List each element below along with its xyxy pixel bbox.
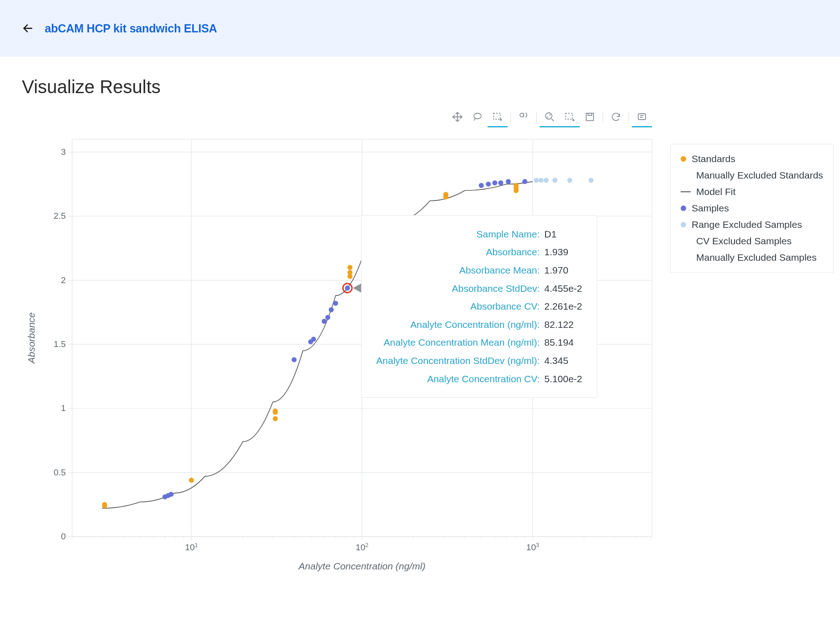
refresh-icon[interactable]	[606, 107, 626, 127]
svg-rect-7	[588, 113, 592, 116]
legend-label: Manually Excluded Standards	[696, 170, 823, 181]
data-point[interactable]	[345, 285, 350, 290]
box-select-icon[interactable]	[488, 107, 508, 127]
legend-item[interactable]: Model Fit	[681, 184, 823, 200]
legend-item[interactable]: Standards	[681, 151, 823, 167]
page-header: abCAM HCP kit sandwich ELISA	[0, 0, 840, 57]
legend-item[interactable]: Range Excluded Samples	[681, 216, 823, 233]
legend-item[interactable]: Manually Excluded Standards	[681, 167, 823, 184]
back-arrow-icon[interactable]	[21, 21, 35, 35]
svg-point-1	[474, 113, 481, 119]
data-point[interactable]	[492, 180, 497, 185]
data-point[interactable]	[443, 192, 448, 197]
legend-label: Standards	[692, 153, 735, 164]
pan-icon[interactable]	[447, 107, 467, 127]
tooltip-value: 2.261e-2	[542, 298, 584, 315]
svg-text:101: 101	[185, 542, 198, 552]
chart-toolbar	[22, 107, 835, 127]
data-point[interactable]	[292, 357, 297, 362]
data-point[interactable]	[347, 270, 352, 275]
data-point[interactable]	[326, 315, 331, 320]
chart-legend: StandardsManually Excluded StandardsMode…	[670, 144, 834, 273]
legend-swatch	[681, 205, 686, 211]
data-point[interactable]	[311, 337, 316, 342]
data-point[interactable]	[347, 265, 352, 270]
svg-rect-6	[586, 113, 593, 121]
tooltip-value: 5.100e-2	[542, 370, 584, 388]
legend-swatch	[681, 191, 691, 192]
chart-area[interactable]: 00.511.522.53101102103Analyte Concentrat…	[22, 130, 661, 578]
tooltip-value: 4.455e-2	[542, 280, 584, 297]
legend-label: Manually Excluded Samples	[696, 252, 817, 263]
legend-label: Model Fit	[696, 186, 735, 197]
data-point[interactable]	[329, 307, 334, 312]
tooltip-label: Analyte Concentration Mean (ng/ml):	[374, 334, 541, 351]
svg-text:0: 0	[61, 532, 66, 541]
tooltip-label: Analyte Concentration CV:	[374, 370, 541, 388]
svg-rect-8	[638, 114, 646, 120]
svg-text:1.5: 1.5	[54, 339, 66, 349]
data-point[interactable]	[544, 178, 549, 183]
legend-swatch	[681, 222, 686, 227]
tooltip-value: 4.345	[542, 352, 584, 369]
svg-text:Analyte Concentration (ng/ml): Analyte Concentration (ng/ml)	[298, 561, 425, 571]
tooltip-label: Sample Name:	[374, 226, 541, 243]
svg-text:1: 1	[61, 403, 66, 413]
data-point[interactable]	[322, 319, 327, 324]
svg-point-4	[546, 113, 552, 119]
data-point[interactable]	[506, 179, 511, 184]
data-point[interactable]	[498, 180, 503, 185]
svg-rect-2	[493, 113, 500, 119]
data-point[interactable]	[333, 301, 338, 306]
data-point[interactable]	[273, 408, 278, 413]
data-point[interactable]	[588, 178, 593, 183]
tooltip-label: Analyte Concentration StdDev (ng/ml):	[374, 352, 541, 369]
tooltip-value: D1	[542, 226, 584, 243]
tooltip-value: 1.970	[542, 262, 584, 279]
legend-label: Samples	[692, 203, 729, 214]
svg-text:3: 3	[61, 147, 66, 157]
tooltip-pointer-icon	[353, 284, 361, 293]
lasso-icon[interactable]	[467, 107, 488, 127]
tooltip-value: 85.194	[542, 334, 584, 351]
data-point[interactable]	[168, 492, 173, 497]
tooltip-label: Absorbance CV:	[374, 298, 541, 315]
point-select-icon[interactable]	[514, 107, 534, 127]
data-point[interactable]	[479, 183, 484, 188]
data-point[interactable]	[486, 182, 491, 187]
svg-point-3	[520, 113, 524, 117]
data-point[interactable]	[522, 179, 527, 184]
tooltip-label: Absorbance:	[374, 243, 541, 261]
save-icon[interactable]	[580, 107, 600, 127]
data-point[interactable]	[514, 183, 519, 188]
zoom-out-icon[interactable]	[560, 107, 580, 127]
svg-text:0.5: 0.5	[54, 468, 66, 477]
tooltip-value: 1.939	[542, 243, 584, 261]
data-point[interactable]	[567, 178, 572, 183]
legend-label: CV Excluded Samples	[696, 236, 792, 247]
svg-text:102: 102	[356, 542, 368, 552]
data-point[interactable]	[102, 502, 107, 507]
tooltip-label: Absorbance Mean:	[374, 262, 541, 279]
data-point[interactable]	[534, 178, 539, 183]
data-point[interactable]	[273, 416, 278, 421]
svg-text:2.5: 2.5	[54, 211, 66, 221]
annotate-icon[interactable]	[632, 107, 652, 127]
data-point[interactable]	[552, 178, 557, 183]
legend-item[interactable]: CV Excluded Samples	[681, 233, 823, 249]
tooltip-label: Analyte Concentration (ng/ml):	[374, 316, 541, 333]
legend-label: Range Excluded Samples	[692, 219, 802, 230]
breadcrumb-title[interactable]: abCAM HCP kit sandwich ELISA	[45, 22, 217, 35]
tooltip-label: Absorbance StdDev:	[374, 280, 541, 297]
legend-item[interactable]: Samples	[681, 200, 823, 216]
zoom-in-icon[interactable]	[540, 107, 560, 127]
svg-text:Absorbance: Absorbance	[26, 312, 37, 364]
data-point[interactable]	[539, 178, 544, 183]
tooltip-value: 82.122	[542, 316, 584, 333]
data-tooltip: Sample Name:D1Absorbance:1.939Absorbance…	[361, 215, 597, 398]
svg-rect-5	[566, 113, 572, 119]
legend-item[interactable]: Manually Excluded Samples	[681, 249, 823, 266]
page-title: Visualize Results	[22, 77, 818, 97]
data-point[interactable]	[189, 478, 194, 483]
svg-text:103: 103	[526, 542, 539, 552]
